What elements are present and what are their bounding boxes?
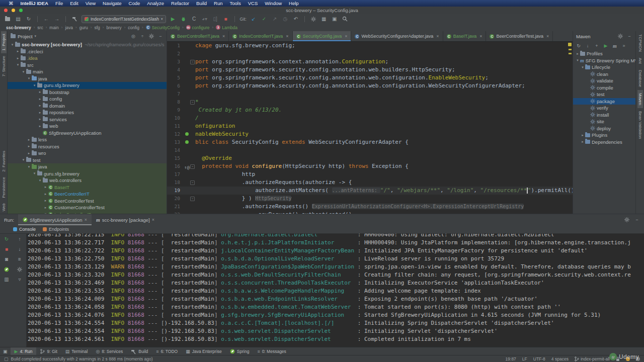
spring-reload-icon[interactable]	[4, 266, 10, 273]
editor-tab-beercontrollertest-java[interactable]: CBeerControllerTest.java×	[486, 31, 553, 41]
menu-refactor[interactable]: Refactor	[168, 1, 193, 6]
project-tree-item-config[interactable]: ▸config	[8, 96, 167, 103]
project-tree-item-services[interactable]: ▸services	[8, 116, 167, 123]
tree-arrow-icon[interactable]: ▾	[32, 83, 37, 87]
code-line-8[interactable]: 8−*	[167, 98, 573, 106]
tree-arrow-icon[interactable]: ▸	[43, 185, 48, 189]
maven-item-clean[interactable]: clean	[573, 71, 635, 78]
maven-item-sfg-brewery-spring-mvc[interactable]: ▾mSFG Brewery Spring MVC	[573, 57, 635, 64]
build-hammer-icon[interactable]	[71, 16, 78, 23]
run-maven-icon[interactable]: ▶	[603, 43, 609, 49]
close-tab-icon[interactable]: ×	[479, 34, 482, 39]
settings-gear-icon[interactable]	[617, 33, 623, 39]
run-tab-scc-brewery-package-[interactable]: mscc-brewery [package]×	[92, 214, 159, 225]
code-line-9[interactable]: 9 Created by jt on 6/13/20.	[167, 106, 573, 114]
line-ending[interactable]: LF	[522, 356, 527, 361]
toolwindow-button-maven[interactable]: Maven	[637, 90, 643, 108]
project-tree-item-ssc-brewery-scc-brewery-[interactable]: ▾ssc-brewery [scc-brewery]~/src/springfr…	[8, 41, 167, 48]
toolwindow-button-2-favorites[interactable]: 2: Favorites	[1, 148, 7, 174]
project-tree-item-guru-sfg-brewery[interactable]: ▾guru.sfg.brewery	[8, 82, 167, 89]
fold-icon[interactable]: −	[190, 100, 195, 105]
code-line-10[interactable]: 10/	[167, 114, 573, 122]
exit-icon[interactable]: ▥	[4, 276, 10, 283]
breadcrumb-item-main[interactable]: main	[49, 25, 58, 30]
maven-item-lifecycle[interactable]: ▾Lifecycle	[573, 64, 635, 71]
menu-intellij-idea[interactable]: IntelliJ IDEA	[17, 1, 52, 6]
editor-tab-websecurityconfigureradapter-java[interactable]: CWebSecurityConfigurerAdapter.java×	[351, 31, 443, 41]
scroll-down-icon[interactable]: ↓	[17, 246, 23, 252]
profiler-icon[interactable]: ◕▾	[201, 16, 208, 23]
toolwindow-button-ant[interactable]: Ant	[637, 55, 643, 67]
close-tab-icon[interactable]: ×	[286, 34, 288, 39]
project-tree-item-beercontrollertest[interactable]: ▸CBeerControllerTest	[8, 198, 167, 205]
fold-icon[interactable]: −	[190, 197, 195, 201]
toolwindow-button-1-project[interactable]: 1: Project	[1, 31, 7, 53]
toolwindow-button-java-enterprise[interactable]: ▦Java Enterprise	[182, 347, 226, 355]
download-sources-icon[interactable]: ↓	[585, 43, 591, 49]
wrench-icon[interactable]	[310, 16, 317, 23]
project-tree-item-web[interactable]: ▸web	[8, 123, 167, 130]
maven-item-plugins[interactable]: ▸Plugins	[573, 132, 635, 139]
project-tree-item-domain[interactable]: ▸domain	[8, 103, 167, 110]
code-line-3[interactable]: 3−port org.springframework.context.annot…	[167, 58, 573, 66]
menu-analyze[interactable]: Analyze	[143, 1, 168, 6]
open-project-icon[interactable]	[4, 16, 11, 23]
menu-edit[interactable]: Edit	[66, 1, 82, 6]
breadcrumb-item-lambda[interactable]: λLambda	[216, 25, 237, 30]
git-push-icon[interactable]: ↗	[271, 16, 278, 23]
project-tree-item-test[interactable]: ▾test	[8, 157, 167, 164]
menu-run[interactable]: Run	[210, 1, 226, 6]
tree-arrow-icon[interactable]: ▸	[37, 104, 43, 108]
maven-item-dependencies[interactable]: ▸Dependencies	[573, 139, 635, 146]
toolwindow-button-7-structure[interactable]: 7: Structure	[1, 53, 7, 79]
tree-arrow-icon[interactable]: ▸	[43, 206, 48, 210]
toolwindow-button-6-todo[interactable]: ≡6: TODO	[152, 347, 182, 355]
menu-navigate[interactable]: Navigate	[99, 1, 125, 6]
pin-icon[interactable]: ▿	[17, 276, 23, 283]
debug-icon[interactable]	[180, 16, 187, 23]
code-line-16[interactable]: 16↑@− protected void configure(HttpSecur…	[167, 162, 573, 170]
toolwindow-button-4-run[interactable]: ▶4: Run	[11, 347, 37, 355]
toolwindow-button-bean-validation[interactable]: Bean Validation	[637, 108, 643, 142]
project-tree-item-sfgbreweryuiapplication[interactable]: CSfgBreweryUiApplication	[8, 130, 167, 137]
console-output[interactable]: 2020-06-13 13:36:22.115 INFO 81668 --- […	[28, 234, 644, 347]
tree-arrow-icon[interactable]: ▾	[10, 43, 15, 47]
scroll-up-icon[interactable]: ↑	[17, 236, 23, 242]
menu-window[interactable]: Window	[261, 1, 285, 6]
code-line-1[interactable]: 1ckage guru.sfg.brewery.config;	[167, 42, 573, 50]
menu-build[interactable]: Build	[193, 1, 210, 6]
toolwindow-button-0-messages[interactable]: ≡0: Messages	[253, 347, 290, 355]
toolwindow-button-spring[interactable]: Spring	[226, 347, 254, 355]
tree-arrow-icon[interactable]: ▸	[37, 124, 43, 128]
toolwindow-button-persistence[interactable]: Persistence	[1, 174, 7, 201]
tree-arrow-icon[interactable]: ▸	[37, 117, 43, 121]
breadcrumb-item-brewery[interactable]: brewery	[106, 25, 121, 30]
tree-arrow-icon[interactable]: ▾	[26, 165, 32, 169]
chevron-down-icon[interactable]: ▾	[35, 34, 37, 38]
code-line-15[interactable]: 15 @Override	[167, 154, 573, 162]
code-line-4[interactable]: 4port org.springframework.security.confi…	[167, 66, 573, 74]
project-tree-item-beercontrollerit[interactable]: ▸CBeerControllerIT	[8, 191, 167, 198]
git-rollback-icon[interactable]: ↶	[292, 16, 299, 23]
editor-tab-securityconfig-java[interactable]: CSecurityConfig.java×	[293, 31, 352, 41]
fold-icon[interactable]: −	[190, 180, 195, 185]
tree-arrow-icon[interactable]: ▸	[43, 199, 48, 203]
breadcrumb-item-config[interactable]: config	[128, 25, 139, 30]
code-line-7[interactable]: 7	[167, 90, 573, 98]
code-line-17[interactable]: 17 http	[167, 170, 573, 178]
git-history-icon[interactable]: ◷	[282, 16, 289, 23]
tree-arrow-icon[interactable]: ▸	[37, 97, 43, 101]
save-all-icon[interactable]: ▤	[15, 16, 22, 23]
breadcrumb-item-sfg[interactable]: sfg	[94, 25, 100, 30]
toolwindow-button-web[interactable]: Web	[1, 201, 7, 214]
menu-view[interactable]: View	[82, 1, 99, 6]
back-icon[interactable]: ←	[43, 16, 50, 23]
maven-item-validate[interactable]: validate	[573, 77, 635, 84]
breadcrumb-item-configure[interactable]: mconfigure	[186, 25, 210, 30]
code-editor[interactable]: 1ckage guru.sfg.brewery.config;23−port o…	[167, 42, 573, 214]
maven-item-site[interactable]: site	[573, 118, 635, 125]
tree-arrow-icon[interactable]: ▸	[43, 192, 48, 196]
locate-icon[interactable]: ◎	[130, 33, 136, 39]
tree-arrow-icon[interactable]: ▸	[15, 49, 21, 53]
hide-panel-icon[interactable]: −	[157, 33, 164, 39]
